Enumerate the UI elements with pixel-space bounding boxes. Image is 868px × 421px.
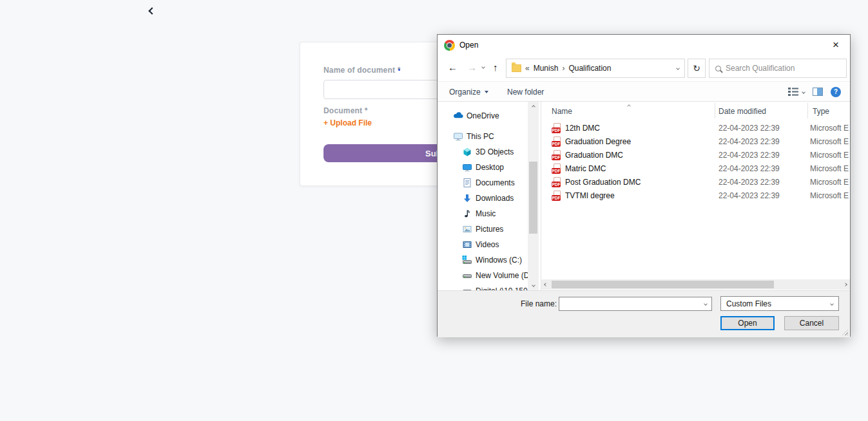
forward-icon[interactable]: → bbox=[467, 61, 477, 74]
up-icon[interactable]: ↑ bbox=[493, 61, 498, 74]
open-dialog: Open × ← → ↑ « Munish › Qualification ↻ bbox=[437, 34, 851, 337]
upload-file-link[interactable]: + Upload File bbox=[323, 118, 372, 127]
pdf-icon: PDF bbox=[552, 136, 562, 147]
sidebar-item-videos[interactable]: Videos bbox=[438, 237, 541, 252]
breadcrumb-item-qualification[interactable]: Qualification bbox=[568, 64, 611, 73]
sidebar-item-label: Documents bbox=[476, 178, 515, 187]
view-list-icon bbox=[788, 88, 798, 96]
column-header-date-modified[interactable]: Date modified bbox=[719, 107, 766, 116]
horizontal-scrollbar-thumb[interactable] bbox=[552, 281, 774, 288]
file-row[interactable]: PDF Graduation DMC 22-04-2023 22:39 Micr… bbox=[541, 149, 850, 162]
sidebar-item-digital-network[interactable]: Digital (\10.150 bbox=[438, 283, 541, 290]
sidebar-item-onedrive[interactable]: OneDrive bbox=[438, 108, 541, 124]
name-of-document-label: Name of document * bbox=[323, 66, 401, 75]
recent-locations-chevron-icon[interactable] bbox=[481, 65, 485, 69]
nav-row: ← → ↑ « Munish › Qualification ↻ bbox=[438, 55, 850, 81]
column-header-name[interactable]: Name bbox=[552, 107, 572, 116]
column-header-type[interactable]: Type bbox=[813, 107, 829, 116]
page: Name of document * Document * + Upload F… bbox=[0, 0, 868, 421]
preview-pane-icon[interactable] bbox=[813, 88, 823, 96]
file-type: Microsoft E bbox=[810, 191, 849, 200]
pdf-icon: PDF bbox=[552, 123, 562, 133]
breadcrumb-item-munish[interactable]: Munish bbox=[534, 64, 559, 73]
document-label: Document * bbox=[323, 106, 368, 115]
scroll-down-icon[interactable] bbox=[528, 280, 539, 290]
file-date: 22-04-2023 22:39 bbox=[719, 178, 780, 187]
sidebar-item-label: Downloads bbox=[476, 194, 514, 203]
file-name-chevron-icon[interactable] bbox=[704, 302, 708, 306]
sidebar-item-label: New Volume (D: bbox=[476, 271, 532, 280]
drive-d-icon bbox=[462, 270, 472, 281]
sidebar-scrollbar[interactable] bbox=[528, 102, 539, 290]
scroll-left-icon[interactable] bbox=[541, 279, 550, 290]
back-icon[interactable]: ← bbox=[448, 61, 458, 74]
file-name: Matric DMC bbox=[565, 164, 606, 173]
sidebar-item-this-pc[interactable]: This PC bbox=[438, 129, 541, 144]
file-type-value: Custom Files bbox=[726, 299, 831, 308]
refresh-button[interactable]: ↻ bbox=[688, 59, 706, 78]
downloads-icon bbox=[462, 193, 472, 203]
sidebar-item-label: This PC bbox=[467, 132, 494, 141]
organize-button[interactable]: Organize bbox=[449, 82, 488, 102]
sidebar-item-label: Videos bbox=[476, 240, 499, 249]
open-button[interactable]: Open bbox=[720, 316, 775, 330]
search-icon bbox=[715, 66, 721, 71]
command-bar: Organize New folder bbox=[438, 81, 850, 102]
file-row[interactable]: PDF TVTMI degree 22-04-2023 22:39 Micros… bbox=[541, 189, 850, 203]
file-row[interactable]: PDF Graduation Degree 22-04-2023 22:39 M… bbox=[541, 135, 850, 149]
pdf-icon: PDF bbox=[552, 164, 562, 174]
file-name-combobox bbox=[559, 297, 712, 311]
file-date: 22-04-2023 22:39 bbox=[719, 151, 780, 160]
file-name: Graduation DMC bbox=[565, 151, 623, 160]
sidebar-item-3d-objects[interactable]: 3D Objects bbox=[438, 144, 541, 160]
address-chevron-icon[interactable] bbox=[676, 66, 680, 70]
close-icon[interactable]: × bbox=[828, 37, 844, 53]
file-row[interactable]: PDF 12th DMC 22-04-2023 22:39 Microsoft … bbox=[541, 122, 850, 135]
file-type-select[interactable]: Custom Files bbox=[720, 296, 839, 311]
column-divider[interactable] bbox=[715, 103, 715, 118]
pdf-icon: PDF bbox=[552, 191, 562, 201]
sidebar-item-downloads[interactable]: Downloads bbox=[438, 191, 541, 206]
view-chevron-icon bbox=[802, 90, 805, 94]
address-bar[interactable]: « Munish › Qualification bbox=[506, 59, 685, 78]
page-back-button[interactable] bbox=[148, 6, 158, 17]
file-type: Microsoft E bbox=[810, 124, 849, 133]
sidebar-item-label: Windows (C:) bbox=[476, 256, 522, 265]
sidebar-item-windows-c[interactable]: Windows (C:) bbox=[438, 252, 541, 268]
change-view-button[interactable] bbox=[788, 88, 805, 96]
pictures-icon bbox=[462, 224, 472, 234]
resize-grip[interactable] bbox=[842, 330, 848, 335]
cancel-button[interactable]: Cancel bbox=[784, 316, 839, 330]
scroll-up-icon[interactable] bbox=[528, 102, 539, 112]
dialog-body: OneDrive This PC 3D Objects bbox=[438, 102, 850, 290]
file-row[interactable]: PDF Matric DMC 22-04-2023 22:39 Microsof… bbox=[541, 162, 850, 176]
view-controls: ? bbox=[788, 82, 841, 102]
sort-caret-icon bbox=[628, 102, 630, 109]
list-header: Name Date modified Type bbox=[541, 102, 850, 120]
file-row[interactable]: PDF Post Graduation DMC 22-04-2023 22:39… bbox=[541, 176, 850, 189]
sidebar-item-music[interactable]: Music bbox=[438, 206, 541, 221]
file-name-input[interactable] bbox=[559, 297, 704, 310]
sidebar-item-pictures[interactable]: Pictures bbox=[438, 221, 541, 237]
sidebar-item-label: OneDrive bbox=[467, 111, 499, 120]
new-folder-button[interactable]: New folder bbox=[507, 82, 544, 102]
help-icon[interactable]: ? bbox=[831, 87, 841, 97]
sidebar-scrollbar-thumb[interactable] bbox=[529, 162, 537, 234]
file-date: 22-04-2023 22:39 bbox=[719, 124, 780, 133]
chrome-icon bbox=[444, 40, 455, 51]
dialog-titlebar: Open × bbox=[438, 35, 850, 55]
organize-label: Organize bbox=[449, 88, 481, 97]
search-input[interactable] bbox=[726, 64, 840, 73]
sidebar-item-new-volume-d[interactable]: New Volume (D: bbox=[438, 268, 541, 283]
cursor-dot bbox=[398, 69, 400, 71]
3d-objects-icon bbox=[462, 147, 472, 157]
file-name: 12th DMC bbox=[565, 124, 600, 133]
horizontal-scrollbar[interactable] bbox=[541, 279, 850, 290]
file-type-chevron-icon bbox=[830, 302, 834, 306]
sidebar-item-documents[interactable]: Documents bbox=[438, 175, 541, 191]
column-divider[interactable] bbox=[807, 103, 808, 118]
folder-icon bbox=[512, 64, 521, 72]
sidebar-item-desktop[interactable]: Desktop bbox=[438, 160, 541, 175]
refresh-icon: ↻ bbox=[693, 63, 700, 73]
scroll-right-icon[interactable] bbox=[841, 279, 850, 290]
